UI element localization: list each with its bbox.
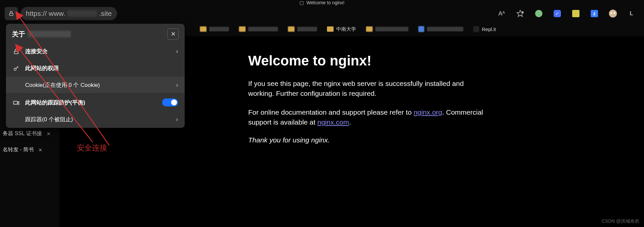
folder-icon [288,26,295,32]
side-tab[interactable]: 务器 SSL 证书接 ✕ [0,129,53,138]
ext-icon-5[interactable]: L [627,9,636,18]
green-dot-icon [535,10,542,17]
close-tab-icon[interactable]: ✕ [47,131,51,136]
key-icon [13,65,20,72]
nginx-org-link[interactable]: nginx.org [414,108,442,116]
toolbar-icons: Aᴬ ✓ z L [497,9,639,18]
folder-icon [327,26,334,32]
bookmark-item[interactable]: Repl.it [473,26,496,32]
tracking-protection-label: 此网站的跟踪防护(平衡) [25,99,85,106]
bookmark-item[interactable] [200,26,229,32]
folder-icon [200,26,207,32]
trackers-blocked-row[interactable]: 跟踪器(0 个被阻止) › [6,111,185,128]
letter-icon: L [630,11,633,17]
site-identity-button[interactable] [5,7,18,20]
url-host-prefix: www. [49,10,65,18]
svg-rect-0 [10,13,13,16]
folder-icon [366,26,373,32]
side-tab-label: 名转发 - 简书 [3,146,34,153]
nginx-com-link[interactable]: nginx.com [317,118,349,126]
tracking-protection-row: 此网站的跟踪防护(平衡) [6,94,185,111]
url-host-suffix: .site [99,10,112,18]
cookies-row[interactable]: Cookie(正在使用 0 个 Cookie) › [6,77,185,94]
side-tab[interactable]: 名转发 - 简书 ✕ [0,145,53,155]
popup-title-prefix: 关于 [12,30,25,39]
svg-rect-4 [14,51,18,54]
tab-title[interactable]: Welcome to nginx! [306,0,345,5]
notes-icon [572,10,579,17]
bookmark-item[interactable]: 中南大学 [327,26,356,32]
favorite-button[interactable] [516,9,525,18]
bookmark-item[interactable] [418,26,463,32]
ext-icon-2[interactable]: ✓ [553,9,562,18]
blue-bird-icon: ✓ [554,10,561,17]
site-permissions-row[interactable]: 此网站的权限 [6,60,185,77]
address-bar: https://www..site Aᴬ ✓ z L [0,5,644,22]
nginx-paragraph-2: For online documentation and support ple… [248,107,486,128]
vertical-tabs: 务器 SSL 证书接 ✕ 名转发 - 简书 ✕ [0,129,53,155]
close-icon: ✕ [171,30,176,38]
favicon-icon [418,26,424,32]
side-tab-label: 务器 SSL 证书接 [3,130,42,137]
profile-button[interactable] [608,9,618,18]
bookmark-label: Repl.it [482,26,496,32]
url-input[interactable]: https://www..site [21,7,117,20]
read-aloud-button[interactable]: Aᴬ [497,9,506,18]
star-icon [516,10,524,18]
text: For online documentation and support ple… [248,108,414,116]
bookmark-item[interactable] [239,26,278,32]
url-host-hidden [67,10,97,17]
popup-title-hidden [28,31,71,37]
annotation-text: 安全连接 [77,143,107,153]
favicon-icon [473,26,479,32]
connection-secure-label: 连接安全 [25,48,48,55]
bookmark-item[interactable] [366,26,408,32]
bookmark-label: 中南大学 [336,26,356,32]
text: . [349,118,351,126]
svg-point-5 [14,68,16,70]
bookmark-item[interactable] [288,26,317,32]
avatar-icon [609,10,617,18]
camera-icon [13,99,20,106]
cookies-label: Cookie(正在使用 0 个 Cookie) [25,81,100,89]
lock-icon [13,48,20,55]
svg-rect-6 [14,101,18,104]
site-permissions-label: 此网站的权限 [25,64,59,72]
nginx-paragraph-1: If you see this page, the nginx web serv… [248,79,486,99]
close-tab-icon[interactable]: ✕ [38,147,42,153]
chevron-right-icon: › [176,48,178,55]
read-aloud-icon: Aᴬ [498,10,505,17]
tab-icon: ▢ [299,0,304,5]
ext-icon-1[interactable] [534,9,543,18]
chevron-right-icon: › [176,82,178,89]
ext-icon-4[interactable]: z [590,9,599,18]
nginx-thanks: Thank you for using nginx. [248,136,486,144]
lock-icon [8,11,14,17]
url-scheme: https:// [26,10,47,18]
site-info-popup: 关于 ✕ 连接安全 › 此网站的权限 Cookie(正在使用 0 个 Cooki… [6,24,185,128]
chevron-right-icon: › [176,116,178,123]
tracking-toggle[interactable] [162,98,178,106]
close-button[interactable]: ✕ [167,28,179,40]
connection-secure-row[interactable]: 连接安全 › [6,43,185,60]
folder-icon [239,26,246,32]
trackers-blocked-label: 跟踪器(0 个被阻止) [25,116,73,123]
page-title: Welcome to nginx! [248,53,486,69]
ext-icon-3[interactable] [571,9,580,18]
blue-square-icon: z [591,10,598,17]
watermark: CSDN @洪城布衣 [602,218,639,224]
